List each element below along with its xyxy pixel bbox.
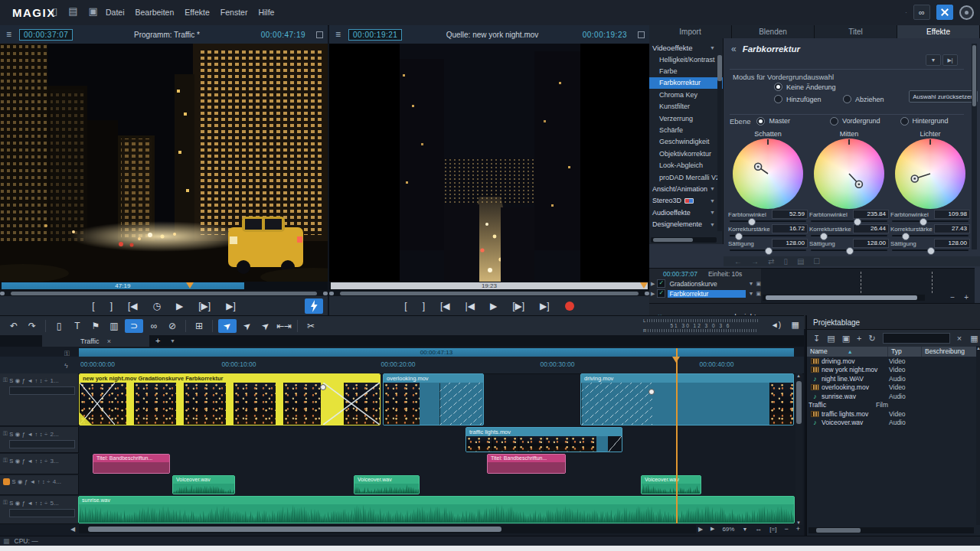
- instant-preview-button[interactable]: [305, 298, 323, 314]
- scroll-left-icon[interactable]: ◀: [70, 526, 75, 533]
- chevron-down-icon[interactable]: ▼: [748, 291, 753, 296]
- source-seekbar[interactable]: 19:23: [329, 282, 649, 290]
- play-range-button[interactable]: [▶]: [512, 302, 524, 311]
- bin-search-input[interactable]: [883, 333, 950, 344]
- effect-item[interactable]: Farbe: [649, 65, 723, 77]
- keyframe-hscrollbar[interactable]: [763, 295, 925, 301]
- pin-button[interactable]: ▶|: [942, 54, 958, 66]
- timeline-range-bar[interactable]: 00:00:47:13: [79, 348, 794, 357]
- layer-radio-hintergrund[interactable]: Hintergrund: [900, 117, 949, 126]
- save-project-icon[interactable]: ▣: [88, 5, 97, 17]
- track-header-4[interactable]: S◉ƒ◄↑↕÷4...: [0, 475, 79, 495]
- copy-keyframe-icon[interactable]: ⇄: [768, 257, 774, 266]
- mode-radio-hinzufügen[interactable]: Hinzufügen: [774, 95, 822, 103]
- menu-item-fenster[interactable]: Fenster: [220, 8, 248, 17]
- tab-blenden[interactable]: Blenden: [732, 25, 815, 38]
- color-wheel-schatten[interactable]: [733, 139, 803, 209]
- param-value[interactable]: 109.98: [934, 210, 970, 219]
- menu-item-bearbeiten[interactable]: Bearbeiten: [136, 8, 175, 17]
- fit-width-icon[interactable]: ↔: [755, 525, 762, 533]
- timeline-clip[interactable]: Titel: Bandbeschriftun...: [487, 454, 566, 474]
- param-slider[interactable]: [892, 219, 969, 223]
- param-slider[interactable]: [811, 219, 887, 223]
- mark-out-button[interactable]: ]: [423, 302, 425, 311]
- column-header-name[interactable]: Name▲: [807, 347, 888, 357]
- timeline-clip[interactable]: Voiceover.wav: [641, 475, 701, 494]
- add-tab-icon[interactable]: +: [155, 336, 160, 345]
- effect-item[interactable]: Objektivkorrektur: [649, 148, 723, 159]
- effect-item[interactable]: proDAD Mercalli V2: [649, 171, 723, 183]
- track-solo-icon[interactable]: S: [12, 478, 16, 485]
- monitor-menu-icon[interactable]: ≡: [335, 29, 341, 40]
- slider-knob[interactable]: [748, 218, 756, 226]
- param-value[interactable]: 128.00: [772, 239, 808, 248]
- param-slider[interactable]: [730, 248, 806, 253]
- track-solo-icon[interactable]: S: [9, 458, 13, 465]
- track-monitor-icon[interactable]: ↑: [38, 478, 41, 485]
- open-folder-icon[interactable]: ▤: [827, 334, 835, 344]
- source-video-preview[interactable]: [329, 44, 649, 282]
- slider-knob[interactable]: [927, 247, 935, 255]
- slider-knob[interactable]: [820, 233, 828, 240]
- layer-radio-vordergrund[interactable]: Vordergrund: [830, 117, 880, 126]
- track-fader-icon[interactable]: ↕: [40, 500, 43, 507]
- curve-keyframe-dot[interactable]: [648, 389, 655, 395]
- source-scrollbar[interactable]: [329, 290, 649, 296]
- expand-icon[interactable]: ▶: [651, 281, 655, 287]
- redo-button[interactable]: ↷: [23, 321, 41, 331]
- timeline-clip[interactable]: traffic lights.mov: [466, 427, 622, 452]
- prev-frame-button[interactable]: |◀: [466, 302, 475, 311]
- refresh-icon[interactable]: ↻: [868, 334, 875, 344]
- slider-knob[interactable]: [920, 218, 927, 226]
- bin-row[interactable]: traffic lights.movVideo: [807, 409, 980, 419]
- tab-import[interactable]: Import: [649, 25, 732, 38]
- track-pan-icon[interactable]: ÷: [44, 431, 47, 438]
- clear-search-icon[interactable]: ×: [957, 334, 962, 343]
- bin-row[interactable]: ♪night line.WAVAudio: [807, 374, 980, 383]
- mouse-mode-stretch-button[interactable]: ⇤⇥: [275, 321, 293, 331]
- track-visibility-icon[interactable]: ◉: [18, 478, 23, 485]
- collapse-button[interactable]: ▼: [926, 54, 941, 66]
- track-name-field[interactable]: [9, 509, 75, 517]
- bin-hscrollbar[interactable]: [808, 527, 974, 533]
- close-icon[interactable]: ×: [107, 337, 111, 345]
- preview-render-icon[interactable]: ϟ: [64, 362, 68, 370]
- menu-item-effekte[interactable]: Effekte: [185, 8, 210, 17]
- track-visibility-icon[interactable]: ◉: [15, 377, 21, 384]
- zoom-level[interactable]: 69%: [722, 526, 734, 533]
- view-mode-icon[interactable]: ▦: [970, 334, 978, 344]
- track-fx-icon[interactable]: ƒ: [24, 478, 28, 485]
- zoom-in-icon[interactable]: +: [964, 293, 969, 302]
- effect-item[interactable]: Farbkorrektur: [649, 77, 723, 89]
- jump-end-button[interactable]: ▶]: [540, 302, 550, 311]
- mixer-icon[interactable]: ▦: [792, 320, 799, 330]
- param-value[interactable]: 27.43: [934, 224, 970, 233]
- bin-row[interactable]: driving.movVideo: [807, 357, 980, 366]
- track-solo-icon[interactable]: S: [9, 377, 13, 384]
- timeline-clip[interactable]: Voiceover.wav: [354, 475, 420, 494]
- curve-keyframe-dot[interactable]: [320, 384, 326, 390]
- menu-item-hilfe[interactable]: Hilfe: [258, 8, 274, 17]
- prev-keyframe-icon[interactable]: ←: [734, 257, 742, 266]
- mark-out-button[interactable]: ]: [110, 302, 113, 311]
- zoom-out-icon[interactable]: −: [950, 293, 955, 302]
- jump-start-button[interactable]: [◀: [440, 302, 450, 311]
- track-mute-icon[interactable]: ◄: [27, 377, 32, 384]
- track-mute-icon[interactable]: ◄: [30, 478, 35, 485]
- ungroup-button[interactable]: ⊘: [163, 321, 181, 331]
- param-slider[interactable]: [730, 233, 806, 238]
- track-fx-icon[interactable]: ƒ: [22, 458, 25, 465]
- track-visibility-icon[interactable]: ◉: [15, 500, 21, 507]
- next-keyframe-icon[interactable]: →: [751, 257, 759, 266]
- effect-item[interactable]: Verzerrung: [649, 112, 723, 124]
- effect-item[interactable]: Look-Abgleich: [649, 160, 723, 171]
- mouse-mode-track-button[interactable]: ➤: [256, 321, 275, 331]
- track-monitor-icon[interactable]: ↑: [34, 500, 38, 507]
- zoom-menu-icon[interactable]: ▼: [742, 527, 747, 532]
- undock-icon[interactable]: [638, 31, 645, 38]
- track-name-field[interactable]: [9, 386, 75, 395]
- record-button[interactable]: [565, 302, 574, 311]
- undo-button[interactable]: ↶: [5, 321, 23, 331]
- zoom-out-icon[interactable]: −: [784, 525, 788, 533]
- track-visibility-icon[interactable]: ◉: [15, 431, 21, 438]
